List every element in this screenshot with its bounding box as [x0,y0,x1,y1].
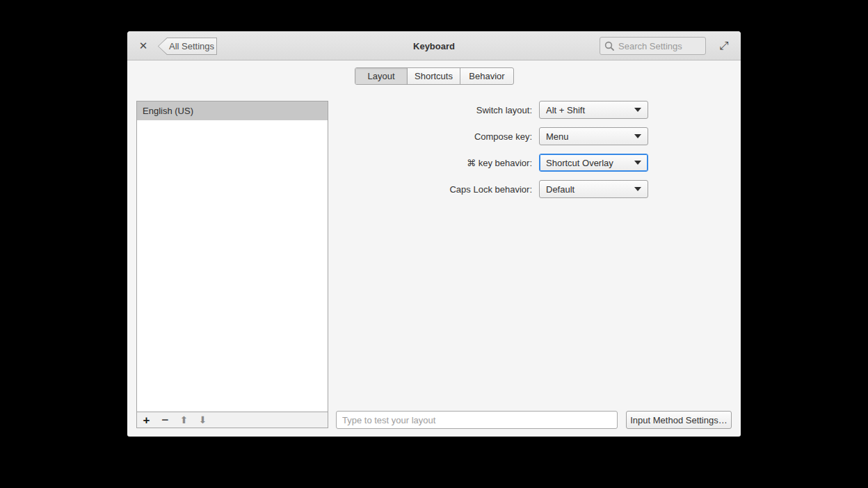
option-row-cmd-key-behavior: ⌘ key behavior: Shortcut Overlay [127,154,648,172]
switch-layout-value: Alt + Shift [546,105,634,115]
tab-layout[interactable]: Layout [355,68,408,84]
maximize-button[interactable]: ⤢ [713,36,735,56]
layout-test-input[interactable] [342,415,611,425]
compose-key-dropdown[interactable]: Menu [539,127,648,145]
keyboard-layout-list: English (US) [136,101,328,412]
chevron-down-icon [634,134,641,138]
switch-layout-label: Switch layout: [476,105,532,115]
caps-lock-behavior-dropdown[interactable]: Default [539,180,648,198]
cmd-key-behavior-value: Shortcut Overlay [546,158,634,168]
chevron-down-icon [634,108,641,112]
arrow-down-icon: ⬇ [199,415,207,425]
close-icon: ✕ [139,40,148,52]
plus-icon: + [143,414,150,426]
option-row-caps-lock-behavior: Caps Lock behavior: Default [127,180,648,198]
headerbar: ✕ All Settings Keyboard ⤢ [127,31,741,60]
search-box[interactable] [600,37,706,55]
remove-layout-button[interactable]: − [156,412,175,428]
cmd-key-behavior-label: ⌘ key behavior: [467,158,532,168]
settings-window: ✕ All Settings Keyboard ⤢ Layout Shortcu… [127,31,741,437]
tab-bar: Layout Shortcuts Behavior [355,67,514,85]
back-button-label: All Settings [158,38,217,55]
close-button[interactable]: ✕ [134,36,152,56]
layout-list-toolbar: + − ⬆ ⬇ [136,412,328,428]
move-up-button[interactable]: ⬆ [175,412,193,428]
all-settings-button[interactable]: All Settings [158,38,217,55]
chevron-down-icon [634,187,641,191]
search-input[interactable] [618,41,701,51]
caps-lock-behavior-value: Default [546,184,634,195]
minus-icon: − [162,414,169,426]
cmd-key-behavior-dropdown[interactable]: Shortcut Overlay [539,154,648,172]
search-icon [604,41,614,51]
tab-shortcuts[interactable]: Shortcuts [408,68,460,84]
layout-test-entry [336,411,618,429]
add-layout-button[interactable]: + [137,412,156,428]
option-row-compose-key: Compose key: Menu [127,127,648,145]
option-row-switch-layout: Switch layout: Alt + Shift [127,101,648,119]
caps-lock-behavior-label: Caps Lock behavior: [449,184,532,195]
switch-layout-dropdown[interactable]: Alt + Shift [539,101,648,119]
compose-key-label: Compose key: [474,131,532,142]
arrow-up-icon: ⬆ [180,415,188,425]
tab-behavior[interactable]: Behavior [460,68,513,84]
move-down-button[interactable]: ⬇ [193,412,212,428]
compose-key-value: Menu [546,131,634,142]
chevron-down-icon [634,161,641,165]
maximize-icon: ⤢ [720,40,729,52]
input-method-settings-button[interactable]: Input Method Settings… [626,411,732,429]
